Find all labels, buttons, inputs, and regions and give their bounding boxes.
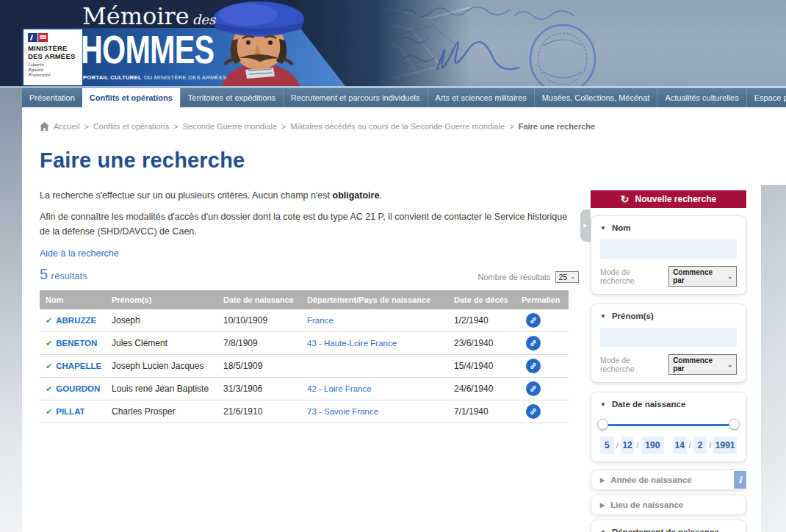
tab-actualites-culturelles[interactable]: Actualités culturelles: [657, 88, 746, 107]
check-icon: ✔: [46, 407, 52, 417]
col-header-permalien: Permalien: [516, 295, 569, 304]
date-to-day[interactable]: 14: [673, 436, 687, 454]
prenoms-input[interactable]: [600, 328, 737, 347]
ministry-name-line2: DES ARMÉES: [28, 52, 78, 60]
table-row: ✔CHAPELLE Joseph Lucien Jacques 18/5/190…: [40, 355, 569, 378]
record-date-deces: 7/1/1940: [448, 406, 516, 417]
tab-conflits-et-operations[interactable]: Conflits et opérations: [82, 88, 180, 107]
caret-right-icon: ▶: [600, 502, 605, 508]
intro-paragraph-2: Afin de connaître les modalités d'accès …: [40, 210, 579, 239]
record-prenoms: Louis rené Jean Baptiste: [106, 384, 217, 394]
filter-panel-date-naissance: ▼ Date de naissance 5 / 12 / 190 14 / 2 …: [591, 392, 746, 462]
site-title-hommes: HOMMES: [81, 30, 214, 69]
table-row: ✔GOURDON Louis rené Jean Baptiste 31/3/1…: [40, 378, 569, 400]
record-prenoms: Joseph: [106, 315, 217, 326]
date-to-month[interactable]: 2: [693, 436, 707, 454]
filter-panel-nom: ▼ Nom Mode de recherche Commence par ⌄: [591, 215, 746, 295]
breadcrumb-item[interactable]: Militaires décédés au cours de la Second…: [291, 122, 505, 131]
chevron-down-icon: ⌄: [727, 363, 732, 367]
caret-down-icon: ▼: [600, 529, 606, 532]
record-name-link[interactable]: PILLAT: [56, 407, 84, 416]
record-departement-link[interactable]: 73 - Savoie France: [307, 407, 378, 416]
date-from-month[interactable]: 12: [621, 436, 635, 454]
slider-track: [602, 424, 735, 426]
ministry-name-line1: MINISTÈRE: [28, 44, 78, 52]
date-to-year[interactable]: 1991: [713, 436, 737, 454]
record-name-link[interactable]: CHAPELLE: [56, 362, 101, 370]
mode-label: Mode de recherche: [600, 267, 664, 285]
record-name-link[interactable]: GOURDON: [56, 384, 100, 393]
breadcrumb-item[interactable]: Conflits et opérations: [93, 122, 169, 131]
search-help-link[interactable]: Aide à la recherche: [40, 248, 119, 259]
tab-musees-collections[interactable]: Musées, Collections, Mécénat: [534, 88, 657, 107]
permalink-icon[interactable]: [526, 359, 541, 373]
sidebar-collapse-handle[interactable]: ▶: [580, 209, 591, 242]
info-icon[interactable]: i: [734, 471, 746, 489]
tab-arts-et-sciences[interactable]: Arts et sciences militaires: [428, 88, 534, 107]
filter-panel-annee-naissance: ▶ Année de naissance i: [591, 470, 746, 490]
filter-panel-lieu-naissance: ▶ Lieu de naissance: [591, 495, 746, 515]
nom-mode-select[interactable]: Commence par ⌄: [668, 266, 737, 287]
site-tagline: PORTAIL CULTURELDU MINISTÈRE DES ARMÉES: [83, 74, 227, 81]
breadcrumb: Accueil > Conflits et opérations > Secon…: [40, 122, 579, 131]
left-page-gutter: [0, 88, 22, 532]
permalink-icon[interactable]: [526, 336, 541, 351]
caret-down-icon: ▼: [600, 401, 606, 408]
permalink-icon[interactable]: [526, 313, 541, 328]
right-page-gutter: [761, 185, 786, 532]
prenoms-mode-select[interactable]: Commence par ⌄: [668, 354, 737, 375]
panel-header-nom[interactable]: ▼ Nom: [600, 223, 737, 232]
breadcrumb-separator: >: [173, 122, 178, 131]
panel-header-annee-naissance[interactable]: ▶ Année de naissance: [600, 475, 737, 484]
site-header: MINISTÈRE DES ARMÉES Liberté Égalité Fra…: [0, 0, 786, 86]
new-search-button[interactable]: ↻ Nouvelle recherche: [591, 190, 746, 208]
per-page-control: Nombre de résultats 25 ⌄: [478, 271, 579, 283]
caret-down-icon: ▼: [600, 225, 606, 231]
filter-panel-prenoms: ▼ Prénom(s) Mode de recherche Commence p…: [591, 303, 746, 383]
page-root: MINISTÈRE DES ARMÉES Liberté Égalité Fra…: [0, 0, 786, 532]
table-row: ✔BENETON Jules Clément 7/8/1909 43 - Hau…: [40, 332, 569, 355]
filter-panel-departement-naissance: ▼ Département de naissance: [591, 520, 746, 532]
caret-right-icon: ▶: [600, 477, 605, 484]
col-header-date-naissance: Date de naissance: [217, 295, 301, 304]
panel-header-departement-naissance[interactable]: ▼ Département de naissance: [600, 528, 737, 532]
tab-presentation[interactable]: Présentation: [22, 88, 82, 107]
breadcrumb-separator: >: [281, 122, 286, 131]
breadcrumb-item[interactable]: Seconde Guerre mondiale: [183, 122, 277, 131]
nom-input[interactable]: [600, 240, 737, 259]
record-departement-link[interactable]: France: [307, 316, 333, 325]
date-from-year[interactable]: 190: [641, 436, 665, 454]
page-title: Faire une recherche: [40, 148, 579, 173]
record-name-link[interactable]: ABRUZZE: [56, 316, 96, 325]
breadcrumb-item[interactable]: Accueil: [54, 122, 79, 131]
main-nav: Présentation Conflits et opérations Terr…: [22, 88, 786, 107]
slider-handle-max[interactable]: [729, 419, 740, 430]
french-flag-icon: [28, 33, 78, 42]
panel-header-date-naissance[interactable]: ▼ Date de naissance: [600, 400, 737, 409]
per-page-select[interactable]: 25 ⌄: [555, 271, 579, 283]
date-from-day[interactable]: 5: [600, 436, 614, 454]
tab-territoires-et-expeditions[interactable]: Territoires et expéditions: [180, 88, 283, 107]
record-departement-link[interactable]: 42 - Loire France: [307, 384, 372, 393]
table-row: ✔ABRUZZE Joseph 10/10/1909 France 1/2/19…: [40, 309, 569, 332]
permalink-icon[interactable]: [526, 381, 541, 396]
chevron-down-icon: ⌄: [570, 275, 575, 279]
tab-recrutement-et-parcours[interactable]: Recrutement et parcours individuels: [283, 88, 427, 107]
breadcrumb-separator: >: [84, 122, 88, 131]
check-icon: ✔: [46, 384, 52, 394]
per-page-label: Nombre de résultats: [478, 273, 551, 281]
record-departement-link[interactable]: 43 - Haute-Loire France: [307, 339, 397, 348]
panel-header-lieu-naissance[interactable]: ▶ Lieu de naissance: [600, 500, 737, 509]
permalink-icon[interactable]: [526, 404, 541, 419]
site-title-memoire: Mémoiredes: [82, 2, 215, 30]
panel-header-prenoms[interactable]: ▼ Prénom(s): [600, 312, 737, 320]
record-name-link[interactable]: BENETON: [56, 339, 97, 348]
record-date-deces: 23/6/1940: [448, 338, 516, 348]
home-icon[interactable]: [40, 122, 49, 131]
slider-handle-min[interactable]: [597, 419, 608, 430]
ministry-motto: Liberté Égalité Fraternité: [28, 62, 78, 78]
record-prenoms: Joseph Lucien Jacques: [106, 361, 217, 371]
col-header-prenoms: Prénom(s): [106, 295, 217, 304]
record-date-naissance: 10/10/1909: [217, 315, 301, 326]
tab-espace-personnel[interactable]: Espace personnel: [746, 88, 786, 107]
